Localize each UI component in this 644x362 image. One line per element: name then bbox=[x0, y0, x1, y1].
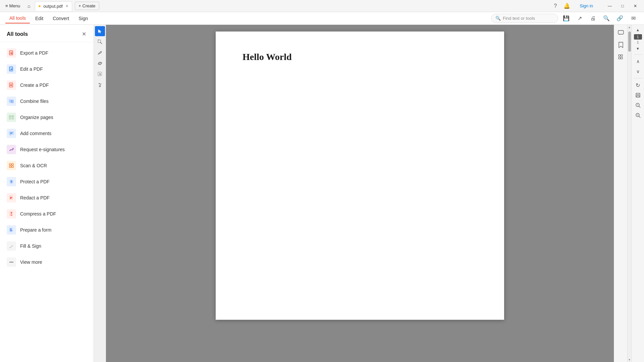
vertical-scrollbar[interactable]: ▲ ▼ bbox=[627, 25, 631, 362]
refresh-button[interactable]: ↻ bbox=[633, 80, 643, 90]
sidebar-item-organize-pages[interactable]: Organize pages bbox=[0, 109, 94, 125]
sidebar-item-request-esignatures[interactable]: Request e-signatures bbox=[0, 141, 94, 158]
svg-rect-23 bbox=[11, 181, 12, 183]
minimize-button[interactable]: — bbox=[604, 1, 616, 11]
add-comments-icon bbox=[7, 129, 16, 138]
zoom-icon[interactable]: 🔍 bbox=[601, 13, 612, 24]
save-button[interactable]: 💾 bbox=[561, 13, 572, 24]
svg-line-37 bbox=[100, 51, 101, 52]
svg-point-32 bbox=[10, 262, 11, 263]
share-icon[interactable]: ↗ bbox=[574, 13, 585, 24]
bookmark-panel-button[interactable] bbox=[615, 40, 626, 50]
svg-rect-46 bbox=[621, 57, 623, 59]
grid-panel-button[interactable] bbox=[615, 52, 626, 62]
svg-line-55 bbox=[639, 116, 640, 118]
maximize-button[interactable]: □ bbox=[616, 1, 629, 11]
scroll-up-nav-button[interactable]: ∧ bbox=[633, 57, 643, 66]
bell-icon[interactable]: 🔔 bbox=[562, 1, 572, 10]
mail-icon[interactable]: ✉ bbox=[628, 13, 639, 24]
sidebar-items-list: Export a PDF Edit a PDF Create a PDF Com… bbox=[0, 42, 94, 273]
text-select-tool-button[interactable]: A bbox=[95, 69, 105, 79]
scroll-down-nav-button[interactable]: ∨ bbox=[633, 67, 643, 76]
plus-icon: + bbox=[78, 3, 81, 8]
marquee-zoom-tool-button[interactable] bbox=[95, 37, 105, 47]
scroll-down-button[interactable]: ▼ bbox=[628, 357, 631, 362]
combine-files-icon bbox=[7, 97, 16, 106]
pdf-page: Hello World bbox=[216, 32, 504, 320]
view-more-label: View more bbox=[20, 259, 42, 265]
new-tab-button[interactable]: + Create bbox=[75, 2, 99, 10]
link-tool-button[interactable] bbox=[95, 58, 105, 68]
titlebar: ≡ Menu ⌂ ★ output.pdf ✕ + Create ? 🔔 Sig… bbox=[0, 0, 644, 12]
scrollbar-track[interactable] bbox=[628, 30, 631, 357]
sidebar-item-create-pdf[interactable]: Create a PDF bbox=[0, 77, 94, 93]
all-tools-sidebar: All tools ✕ Export a PDF Edit a PDF bbox=[0, 25, 94, 362]
svg-rect-21 bbox=[9, 166, 11, 168]
svg-rect-19 bbox=[9, 164, 11, 165]
fill-sign-label: Fill & Sign bbox=[20, 243, 41, 249]
combine-files-label: Combine files bbox=[20, 99, 49, 104]
help-icon[interactable]: ? bbox=[552, 2, 558, 10]
prepare-form-icon bbox=[7, 225, 16, 235]
add-comments-label: Add comments bbox=[20, 131, 51, 136]
sidebar-item-prepare-form[interactable]: Prepare a form bbox=[0, 222, 94, 238]
page-down-button[interactable]: ▼ bbox=[633, 45, 643, 52]
svg-rect-44 bbox=[621, 55, 623, 56]
home-button[interactable]: ⌂ bbox=[24, 1, 34, 11]
search-bar[interactable]: 🔍 Find text or tools bbox=[491, 14, 558, 23]
chat-panel-button[interactable] bbox=[615, 27, 626, 38]
annotate-tool-button[interactable] bbox=[95, 48, 105, 58]
sidebar-item-view-more[interactable]: View more bbox=[0, 254, 94, 270]
menu-convert[interactable]: Convert bbox=[49, 14, 73, 23]
window-controls: — □ ✕ bbox=[604, 1, 641, 11]
sidebar-item-export-pdf[interactable]: Export a PDF bbox=[0, 45, 94, 61]
close-button[interactable]: ✕ bbox=[629, 1, 641, 11]
svg-point-18 bbox=[13, 148, 14, 149]
svg-point-40 bbox=[99, 85, 101, 87]
sidebar-close-button[interactable]: ✕ bbox=[81, 30, 87, 38]
scan-ocr-icon bbox=[7, 161, 16, 170]
prepare-form-label: Prepare a form bbox=[20, 227, 51, 233]
sidebar-header: All tools ✕ bbox=[0, 25, 94, 42]
sidebar-item-redact-pdf[interactable]: Redact a PDF bbox=[0, 190, 94, 206]
sidebar-item-protect-pdf[interactable]: Protect a PDF bbox=[0, 174, 94, 190]
search-placeholder: Find text or tools bbox=[503, 16, 535, 21]
menu-all-tools[interactable]: All tools bbox=[5, 13, 30, 23]
link-icon[interactable]: 🔗 bbox=[614, 13, 625, 24]
current-page-number: 1 bbox=[634, 34, 642, 40]
menu-edit[interactable]: Edit bbox=[31, 14, 47, 23]
tools-toolbar: A bbox=[94, 25, 106, 362]
create-pdf-label: Create a PDF bbox=[20, 82, 49, 88]
separator-2 bbox=[634, 78, 642, 78]
svg-point-34 bbox=[12, 262, 13, 263]
signin-button[interactable]: Sign in bbox=[576, 2, 597, 10]
menu-button[interactable]: ≡ Menu bbox=[3, 2, 23, 10]
menu-sign[interactable]: Sign bbox=[74, 14, 92, 23]
sidebar-item-fill-sign[interactable]: Fill & Sign bbox=[0, 238, 94, 254]
svg-rect-25 bbox=[10, 197, 12, 198]
print-icon[interactable]: 🖨 bbox=[588, 13, 598, 24]
zoom-in-button[interactable] bbox=[633, 101, 643, 110]
tab-star-icon: ★ bbox=[38, 4, 41, 8]
main-layout: All tools ✕ Export a PDF Edit a PDF bbox=[0, 25, 644, 362]
svg-text:A: A bbox=[99, 73, 101, 76]
redact-pdf-icon bbox=[7, 193, 16, 202]
svg-rect-43 bbox=[619, 55, 620, 56]
zoom-out-button[interactable] bbox=[633, 111, 643, 120]
sidebar-item-combine-files[interactable]: Combine files bbox=[0, 93, 94, 109]
scrollbar-thumb[interactable] bbox=[628, 32, 631, 52]
sidebar-item-scan-ocr[interactable]: Scan & OCR bbox=[0, 158, 94, 174]
tab-close-button[interactable]: ✕ bbox=[65, 4, 68, 8]
draw-tool-button[interactable] bbox=[95, 80, 105, 90]
compress-pdf-icon bbox=[7, 209, 16, 219]
sidebar-item-add-comments[interactable]: Add comments bbox=[0, 125, 94, 141]
select-tool-button[interactable] bbox=[95, 26, 105, 36]
request-esignatures-icon bbox=[7, 145, 16, 154]
sidebar-item-edit-pdf[interactable]: Edit a PDF bbox=[0, 61, 94, 77]
save-page-button[interactable] bbox=[633, 90, 643, 100]
page-up-button[interactable]: ▲ bbox=[633, 26, 643, 34]
pdf-tab[interactable]: ★ output.pdf ✕ bbox=[35, 1, 72, 11]
scroll-up-button[interactable]: ▲ bbox=[628, 25, 631, 29]
sidebar-item-compress-pdf[interactable]: Compress a PDF bbox=[0, 206, 94, 222]
pdf-viewer[interactable]: Hello World bbox=[106, 25, 614, 362]
